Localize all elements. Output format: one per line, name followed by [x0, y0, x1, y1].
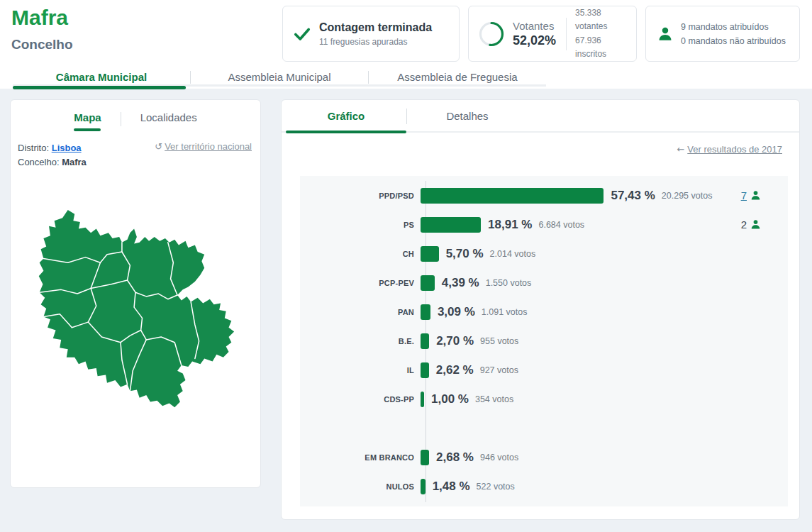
tab-assembleia-de-freguesia[interactable]: Assembleia de Freguesia — [369, 70, 546, 84]
party-label: PPD/PSD — [300, 192, 420, 200]
percent-value: 2,62 % — [436, 363, 474, 377]
results-bar-chart: PPD/PSD57,43 %20.295 votos7PS18,91 %6.68… — [300, 176, 788, 506]
count-status-card: Contagem terminada 11 freguesias apurada… — [282, 6, 460, 62]
chart-row: IL2,62 %927 votos — [300, 355, 788, 384]
party-label: EM BRANCO — [300, 453, 420, 462]
chart-row: EM BRANCO2,68 %946 votos — [300, 443, 788, 472]
percent-value: 1,00 % — [431, 392, 469, 406]
percent-value: 18,91 % — [488, 218, 532, 232]
district-link[interactable]: Lisboa — [52, 143, 82, 153]
tab-mapa[interactable]: Mapa — [55, 111, 120, 131]
main-tabs: Câmara Municipal Assembleia Municipal As… — [13, 70, 546, 87]
votes-value: 955 votos — [480, 336, 518, 346]
turnout-percent: 52,02% — [513, 33, 556, 48]
council-label: Concelho: — [18, 157, 60, 167]
map-region[interactable] — [39, 210, 234, 407]
party-label: PCP-PEV — [300, 279, 420, 287]
national-territory-link[interactable]: ↺ Ver território nacional — [155, 141, 252, 152]
mandates-assigned: 9 mandatos atribuídos — [681, 20, 786, 34]
chart-row: PCP-PEV4,39 %1.550 votos — [300, 268, 788, 297]
party-label: NULOS — [300, 482, 420, 491]
percent-value: 5,70 % — [446, 247, 484, 261]
results-panel: Gráfico Detalhes ← Ver resultados de 201… — [281, 99, 800, 520]
turnout-registered: 67.936 inscritos — [575, 34, 628, 61]
result-bar — [421, 479, 426, 494]
percent-value: 2,68 % — [436, 450, 474, 465]
percent-value: 3,09 % — [438, 305, 475, 319]
party-label: PAN — [300, 308, 420, 316]
result-bar — [421, 333, 429, 349]
party-label: IL — [300, 366, 420, 375]
percent-value: 57,43 % — [611, 189, 655, 203]
votes-value: 1.091 votos — [482, 307, 528, 317]
undo-icon: ↺ — [155, 141, 162, 152]
chart-row: B.E.2,70 %955 votos — [300, 326, 788, 355]
count-status-subtitle: 11 freguesias apuradas — [319, 37, 432, 47]
party-label: CDS-PP — [300, 395, 420, 404]
map-panel: Mapa Localidades Distrito: Lisboa Concel… — [10, 99, 261, 488]
mandates-unassigned: 0 mandatos não atribuídos — [681, 34, 786, 48]
votes-value: 2.014 votos — [490, 249, 536, 259]
result-bar — [421, 188, 604, 204]
party-label: B.E. — [300, 337, 420, 345]
chart-row: NULOS1,48 %522 votos — [300, 472, 788, 501]
tab-assembleia-municipal[interactable]: Assembleia Municipal — [191, 70, 368, 84]
header: Mafra Concelho Contagem terminada 11 fre… — [0, 0, 812, 89]
check-icon — [293, 25, 311, 43]
results-tabs: Gráfico Detalhes — [282, 100, 799, 133]
municipality-map[interactable] — [21, 192, 250, 426]
result-bar — [421, 275, 435, 291]
district-label: Distrito: — [18, 143, 49, 153]
person-icon — [750, 219, 761, 230]
tab-detalhes[interactable]: Detalhes — [407, 100, 528, 131]
left-arrow-icon: ← — [677, 144, 684, 155]
person-icon — [750, 190, 761, 201]
chart-row: PAN3,09 %1.091 votos — [300, 297, 788, 326]
result-bar — [421, 217, 481, 233]
mandates-count-link[interactable]: 7 — [741, 189, 747, 201]
result-bar — [421, 392, 424, 407]
turnout-card: Votantes 52,02% 35.338 votantes 67.936 i… — [468, 6, 637, 62]
page-subtitle: Concelho — [11, 37, 73, 52]
votes-value: 927 votos — [480, 365, 518, 375]
votes-value: 1.550 votos — [486, 278, 532, 288]
mandates-card: 9 mandatos atribuídos 0 mandatos não atr… — [645, 6, 800, 62]
chart-row: PPD/PSD57,43 %20.295 votos7 — [300, 181, 788, 210]
votes-value: 522 votos — [477, 482, 515, 492]
percent-value: 1,48 % — [433, 480, 470, 494]
party-label: PS — [300, 221, 420, 229]
result-bar — [421, 304, 430, 320]
percent-value: 4,39 % — [442, 276, 479, 290]
mandates-group: 7 — [741, 189, 761, 201]
mandates-group: 2 — [741, 218, 761, 231]
count-status-title: Contagem terminada — [319, 21, 432, 34]
mandates-count: 2 — [741, 218, 747, 231]
chart-row: CDS-PP1,00 %354 votos — [300, 384, 788, 414]
results-2017-link[interactable]: ← Ver resultados de 2017 — [677, 144, 782, 155]
percent-value: 2,70 % — [436, 334, 474, 348]
votes-value: 946 votos — [480, 453, 518, 462]
turnout-progress-ring — [477, 20, 506, 48]
council-value: Mafra — [62, 157, 87, 167]
person-icon — [657, 26, 673, 42]
result-bar — [421, 362, 429, 378]
votes-value: 354 votos — [475, 394, 513, 404]
turnout-voters: 35.338 votantes — [575, 6, 628, 33]
turnout-label: Votantes — [513, 20, 556, 32]
votes-value: 20.295 votos — [662, 191, 713, 201]
result-bar — [421, 246, 439, 262]
tab-grafico[interactable]: Gráfico — [286, 100, 406, 131]
result-bar — [421, 450, 429, 465]
chart-row: CH5,70 %2.014 votos — [300, 239, 788, 268]
page-title: Mafra — [11, 6, 68, 30]
chart-row: PS18,91 %6.684 votos2 — [300, 210, 788, 239]
map-tabs: Mapa Localidades — [11, 100, 260, 131]
tab-localidades[interactable]: Localidades — [121, 111, 216, 131]
votes-value: 6.684 votos — [538, 220, 584, 230]
chart-rows: PPD/PSD57,43 %20.295 votos7PS18,91 %6.68… — [300, 181, 788, 501]
divider — [566, 18, 567, 50]
chart-gap — [300, 414, 788, 443]
tab-camara-municipal[interactable]: Câmara Municipal — [13, 70, 190, 84]
party-label: CH — [300, 250, 420, 258]
